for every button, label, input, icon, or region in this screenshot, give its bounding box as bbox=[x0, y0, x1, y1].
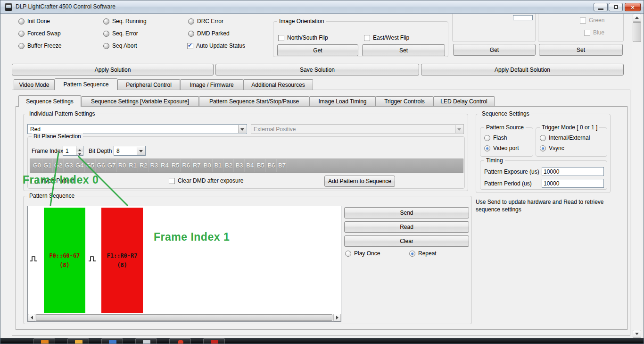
bit-plane-cell[interactable]: B5 bbox=[255, 159, 266, 172]
bit-plane-cell[interactable]: G2 bbox=[53, 159, 64, 172]
bit-plane-cell[interactable]: R3 bbox=[149, 159, 160, 172]
application-window: DLP LightCrafter 4500 Control Software ×… bbox=[0, 0, 644, 344]
bit-plane-cell[interactable]: G3 bbox=[64, 159, 74, 172]
status-label: Buffer Freeze bbox=[27, 42, 61, 49]
apply-default-solution-button[interactable]: Apply Default Solution bbox=[421, 64, 624, 76]
taskbar-icon-4[interactable] bbox=[135, 338, 157, 344]
orientation-get-button[interactable]: Get bbox=[277, 44, 358, 56]
taskbar-icon-2[interactable] bbox=[67, 338, 89, 344]
internal-external-radio[interactable] bbox=[540, 135, 546, 141]
led-set-button[interactable]: Set bbox=[539, 44, 623, 56]
bit-plane-cell[interactable]: B4 bbox=[245, 159, 256, 172]
taskbar-icon-6[interactable] bbox=[203, 338, 225, 344]
status-label: Seq. Running bbox=[112, 18, 147, 25]
subtab-trigger-controls[interactable]: Trigger Controls bbox=[376, 96, 433, 106]
bit-plane-cell[interactable]: R2 bbox=[138, 159, 149, 172]
minimize-button[interactable] bbox=[594, 3, 608, 11]
clear-dmd-checkbox[interactable] bbox=[169, 178, 175, 184]
tab-additional-resources[interactable]: Additional Resources bbox=[243, 79, 313, 90]
bit-depth-combobox[interactable]: 8 bbox=[114, 146, 146, 156]
bit-plane-cell[interactable]: B7 bbox=[277, 159, 288, 172]
led-enable-group-cutoff: Green Blue bbox=[538, 9, 624, 42]
pattern-sequence-view[interactable]: F0::G0-G7 (8) F1::R0-R7 (8) bbox=[27, 206, 341, 322]
cutoff-value-field[interactable] bbox=[513, 15, 533, 20]
bit-plane-cell[interactable]: B2 bbox=[223, 159, 234, 172]
horizontal-scrollbar[interactable] bbox=[28, 314, 341, 321]
subtab-variable-exposure[interactable]: Sequence Settings [Variable Exposure] bbox=[81, 96, 199, 106]
horizontal-scrollbar-thumb[interactable] bbox=[36, 314, 332, 321]
vertical-scrollbar[interactable] bbox=[632, 14, 641, 338]
spinner-down-icon[interactable] bbox=[76, 151, 83, 156]
tab-image-firmware[interactable]: Image / Firmware bbox=[180, 79, 243, 90]
invert-pattern-checkbox[interactable] bbox=[32, 178, 38, 184]
send-button[interactable]: Send bbox=[344, 207, 469, 218]
bit-plane-cell[interactable]: R7 bbox=[191, 159, 202, 172]
bit-plane-cell[interactable]: R5 bbox=[170, 159, 181, 172]
scroll-up-button[interactable] bbox=[633, 14, 641, 22]
east-west-flip-checkbox[interactable] bbox=[364, 35, 370, 41]
close-button[interactable]: × bbox=[625, 3, 641, 11]
vsync-radio[interactable] bbox=[540, 145, 546, 151]
taskbar-icon-1[interactable] bbox=[33, 338, 55, 344]
pattern-exposure-input[interactable] bbox=[542, 167, 604, 176]
add-pattern-to-sequence-button[interactable]: Add Pattern to Sequence bbox=[324, 176, 395, 187]
maximize-button[interactable] bbox=[609, 3, 623, 11]
taskbar-icon-5[interactable] bbox=[169, 338, 191, 344]
trigger-waveform-icon bbox=[30, 255, 38, 262]
scroll-left-button[interactable] bbox=[28, 314, 35, 321]
pattern-color-combobox[interactable]: Red bbox=[27, 124, 247, 134]
bit-plane-cell[interactable]: G5 bbox=[85, 159, 96, 172]
bit-plane-cell[interactable]: G7 bbox=[106, 159, 117, 172]
read-button[interactable]: Read bbox=[344, 221, 469, 233]
scroll-right-button[interactable] bbox=[333, 314, 341, 321]
bit-plane-cell[interactable]: G1 bbox=[42, 159, 53, 172]
east-west-flip-label: East/West Flip bbox=[373, 34, 409, 41]
bit-plane-cell[interactable]: B0 bbox=[202, 159, 213, 172]
video-port-radio[interactable] bbox=[484, 145, 490, 151]
bit-plane-cell[interactable]: G0 bbox=[32, 159, 42, 172]
status-label: Seq Abort bbox=[112, 42, 137, 49]
led-get-button[interactable]: Get bbox=[453, 44, 536, 56]
repeat-row: Repeat bbox=[409, 250, 437, 257]
north-south-flip-checkbox[interactable] bbox=[278, 35, 284, 41]
subtab-image-load-timing[interactable]: Image Load Timing bbox=[309, 96, 376, 106]
chevron-down-icon bbox=[455, 125, 463, 133]
bit-plane-cell[interactable]: G6 bbox=[96, 159, 107, 172]
flash-radio[interactable] bbox=[484, 135, 490, 141]
subtab-led-delay-control[interactable]: LED Delay Control bbox=[433, 96, 495, 106]
spinner-up-icon[interactable] bbox=[76, 146, 83, 151]
bit-plane-cell[interactable]: R1 bbox=[127, 159, 138, 172]
pattern-period-input[interactable] bbox=[542, 179, 604, 188]
pattern-block-f1[interactable]: F1::R0-R7 (8) bbox=[101, 208, 143, 313]
frame-index-spinner[interactable]: 1 bbox=[63, 146, 83, 156]
image-orientation-title: Image Orientation bbox=[277, 18, 326, 25]
blue-led-checkbox[interactable] bbox=[584, 30, 590, 36]
tab-peripheral-control[interactable]: Peripheral Control bbox=[117, 79, 180, 90]
bit-plane-cell[interactable]: B1 bbox=[213, 159, 223, 172]
vertical-scrollbar-thumb[interactable] bbox=[633, 22, 641, 42]
bit-plane-cell[interactable]: B6 bbox=[266, 159, 277, 172]
subtab-sequence-settings[interactable]: Sequence Settings bbox=[18, 95, 81, 107]
orientation-set-button[interactable]: Set bbox=[362, 44, 445, 56]
green-led-checkbox[interactable] bbox=[580, 17, 586, 24]
taskbar-icon-3[interactable] bbox=[101, 338, 123, 344]
dmd-parked-led-icon bbox=[188, 31, 194, 37]
play-once-radio[interactable] bbox=[345, 251, 351, 257]
scroll-down-button[interactable] bbox=[633, 330, 641, 338]
bit-plane-cell[interactable]: B3 bbox=[234, 159, 245, 172]
tab-video-mode[interactable]: Video Mode bbox=[14, 79, 55, 90]
timing-title: Timing bbox=[484, 157, 505, 164]
bit-plane-cell[interactable]: G4 bbox=[74, 159, 85, 172]
pattern-block-f0[interactable]: F0::G0-G7 (8) bbox=[44, 208, 85, 313]
subtab-start-stop-pause[interactable]: Pattern Sequence Start/Stop/Pause bbox=[199, 96, 309, 106]
bit-plane-cell[interactable]: R4 bbox=[159, 159, 170, 172]
tab-pattern-sequence[interactable]: Pattern Sequence bbox=[55, 78, 117, 90]
clear-button[interactable]: Clear bbox=[344, 235, 469, 247]
bit-plane-cell[interactable]: R0 bbox=[117, 159, 128, 172]
bit-plane-cell[interactable]: R6 bbox=[181, 159, 191, 172]
repeat-radio[interactable] bbox=[409, 251, 415, 257]
save-solution-button[interactable]: Save Solution bbox=[215, 64, 419, 76]
auto-update-status-checkbox[interactable] bbox=[187, 43, 193, 49]
seq-error-led-icon bbox=[103, 31, 109, 37]
apply-solution-button[interactable]: Apply Solution bbox=[12, 64, 214, 76]
